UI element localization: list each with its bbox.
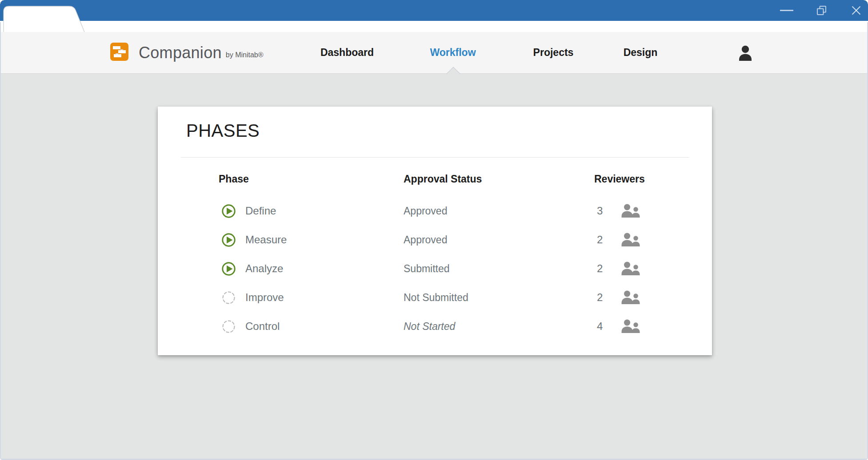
approval-status: Not Started xyxy=(404,312,455,341)
table-header-row: Phase Approval Status Reviewers xyxy=(158,168,712,190)
table-row-analyze[interactable]: Analyze Submitted 2 xyxy=(158,254,712,283)
col-header-approval-status: Approval Status xyxy=(404,168,482,190)
play-circle-icon xyxy=(221,204,236,218)
minimize-button[interactable] xyxy=(779,0,795,21)
phase-label: Define xyxy=(245,196,276,226)
companion-logo xyxy=(110,43,128,61)
titlebar-white-band xyxy=(0,21,868,32)
approval-status: Submitted xyxy=(404,254,450,283)
phase-status-icon-cell xyxy=(221,225,236,254)
reviewers-cell[interactable] xyxy=(621,196,642,226)
brand: Companion by Minitab® xyxy=(139,32,264,73)
approval-status: Not Submitted xyxy=(404,283,468,312)
play-circle-icon xyxy=(221,262,236,276)
col-header-reviewers: Reviewers xyxy=(594,168,645,190)
phase-status-icon-cell xyxy=(221,196,236,226)
people-icon xyxy=(621,233,642,247)
restore-icon xyxy=(816,4,828,16)
people-icon xyxy=(621,204,642,218)
brand-byline: by Minitab® xyxy=(226,51,264,59)
reviewer-count: 3 xyxy=(597,196,603,226)
phase-status-icon-cell xyxy=(221,312,236,341)
nav-label: Design xyxy=(624,47,658,59)
close-button[interactable] xyxy=(848,0,864,21)
brand-name: Companion xyxy=(139,44,222,62)
play-circle-icon xyxy=(221,233,236,247)
reviewers-cell[interactable] xyxy=(621,225,642,254)
phase-status-icon-cell xyxy=(221,254,236,283)
col-header-phase: Phase xyxy=(219,168,249,190)
phase-label: Analyze xyxy=(245,254,283,283)
reviewer-count: 2 xyxy=(597,225,603,254)
close-icon xyxy=(851,5,862,16)
table-row-control[interactable]: Control Not Started 4 xyxy=(158,312,712,341)
phases-card: PHASES Phase Approval Status Reviewers D… xyxy=(158,107,712,355)
phase-label: Measure xyxy=(245,225,287,254)
card-divider xyxy=(181,157,689,158)
companion-bars-icon xyxy=(110,43,128,61)
table-row-define[interactable]: Define Approved 3 xyxy=(158,196,712,226)
table-row-measure[interactable]: Measure Approved 2 xyxy=(158,225,712,254)
reviewers-cell[interactable] xyxy=(621,283,642,312)
nav-label: Projects xyxy=(533,47,574,59)
table-row-improve[interactable]: Improve Not Submitted 2 xyxy=(158,283,712,312)
nav-label: Workflow xyxy=(430,47,476,59)
nav-item-dashboard[interactable]: Dashboard xyxy=(320,32,374,73)
dashed-circle-icon xyxy=(221,319,236,334)
dashed-circle-icon xyxy=(221,290,236,305)
card-title: PHASES xyxy=(186,121,260,141)
app-header: Companion by Minitab® Dashboard Workflow… xyxy=(0,32,868,74)
people-icon xyxy=(621,319,642,334)
minimize-icon xyxy=(780,10,793,11)
restore-button[interactable] xyxy=(813,0,829,21)
phase-label: Control xyxy=(245,312,280,341)
titlebar xyxy=(0,0,868,21)
people-icon xyxy=(621,262,642,276)
reviewers-cell[interactable] xyxy=(621,312,642,341)
window-controls xyxy=(760,0,864,21)
reviewer-count: 2 xyxy=(597,254,603,283)
nav-label: Dashboard xyxy=(320,47,374,59)
phase-status-icon-cell xyxy=(221,283,236,312)
approval-status: Approved xyxy=(404,196,447,226)
user-account-button[interactable] xyxy=(738,32,753,73)
file-tab[interactable] xyxy=(2,3,91,32)
people-icon xyxy=(621,290,642,305)
person-icon xyxy=(738,45,753,61)
app-window: Companion by Minitab® Dashboard Workflow… xyxy=(0,0,868,460)
phase-label: Improve xyxy=(245,283,284,312)
approval-status: Approved xyxy=(404,225,447,254)
reviewer-count: 4 xyxy=(597,312,603,341)
reviewers-cell[interactable] xyxy=(621,254,642,283)
nav-item-design[interactable]: Design xyxy=(624,32,658,73)
nav-item-projects[interactable]: Projects xyxy=(533,32,574,73)
reviewer-count: 2 xyxy=(597,283,603,312)
